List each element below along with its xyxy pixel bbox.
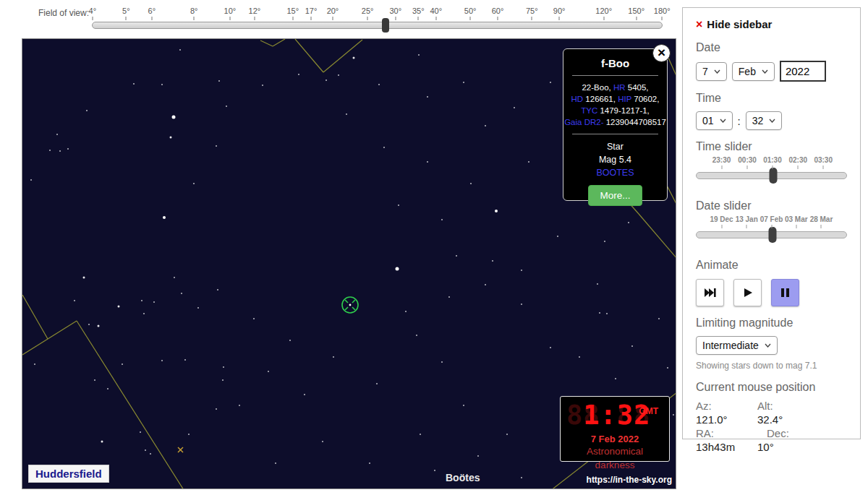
location-button[interactable]: Huddersfield [28, 465, 109, 483]
minute-select[interactable]: 32 [746, 111, 783, 130]
star [49, 150, 51, 151]
play-button[interactable] [733, 279, 762, 306]
seven-segment-display: 88:88 1:32 GMT [566, 400, 663, 433]
star [161, 84, 163, 85]
star [179, 49, 181, 51]
star [376, 383, 378, 384]
star [550, 82, 551, 83]
catalog-link[interactable]: TYC [581, 106, 597, 115]
date-slider-track[interactable] [696, 231, 847, 238]
fov-slider-track[interactable] [92, 22, 663, 29]
az-value: 121.0° [696, 413, 757, 426]
fov-tick-mark [435, 17, 436, 20]
popup-magnitude: Mag 5.4 [563, 153, 667, 166]
time-slider-track[interactable] [696, 172, 847, 179]
sky-map-canvas[interactable]: Huddersfield Boötes https://in-the-sky.o… [22, 38, 676, 489]
more-button[interactable]: More... [588, 185, 642, 206]
play-icon [743, 288, 753, 298]
star [506, 434, 508, 435]
star [667, 367, 668, 369]
fov-tick-label: 60° [492, 7, 504, 15]
star [557, 236, 558, 237]
star [521, 477, 522, 478]
field-of-view-bar: Field of view: 4°5°6°8°10°12°15°17°20°25… [0, 0, 680, 38]
day-select[interactable]: 7 [696, 62, 727, 81]
year-input[interactable] [780, 61, 826, 82]
star [673, 414, 674, 416]
star [448, 296, 450, 298]
star [405, 311, 407, 312]
timezone-label: GMT [639, 406, 658, 416]
star [107, 388, 109, 389]
constellation-name-label: Boötes [446, 472, 480, 483]
limiting-magnitude-select[interactable]: Intermediate [696, 336, 778, 355]
slider-tick-label: 01:30 [763, 156, 782, 164]
month-select-value: Feb [739, 66, 756, 77]
star [83, 277, 85, 279]
fov-tick-label: 180° [654, 7, 671, 15]
close-icon[interactable]: × [652, 44, 671, 62]
popup-divider [572, 75, 658, 76]
time-colon: : [738, 115, 741, 127]
slider-tick-label: 19 Dec [710, 215, 733, 223]
time-slider-thumb[interactable] [769, 168, 777, 184]
catalog-text: 5405, [626, 83, 649, 92]
star [418, 54, 420, 56]
catalog-link[interactable]: HR [613, 83, 626, 92]
star [427, 161, 428, 163]
time-slider-heading: Time slider [696, 140, 847, 153]
star [606, 313, 608, 314]
star [599, 312, 600, 314]
star [521, 304, 522, 305]
star [326, 79, 327, 81]
skip-forward-button[interactable] [696, 279, 724, 306]
hour-select[interactable]: 01 [696, 111, 733, 130]
skip-forward-icon [704, 288, 717, 298]
catalog-text: 70602, [631, 95, 659, 103]
fov-tick-mark [418, 17, 419, 20]
star [150, 453, 151, 455]
star [143, 313, 145, 314]
star [427, 96, 428, 98]
ra-label: RA: [696, 427, 757, 439]
fov-tick-label: 4° [89, 7, 97, 15]
star [163, 216, 166, 219]
popup-catalog-ids: 22-Boo, HR 5405,HD 126661, HIP 70602,TYC… [563, 82, 667, 128]
star [98, 325, 100, 327]
slider-tick-mark [772, 165, 773, 169]
star [218, 80, 220, 82]
dec-label: Dec: [757, 427, 830, 439]
fov-slider-thumb[interactable] [382, 18, 389, 33]
star [550, 347, 551, 348]
star [416, 335, 417, 336]
catalog-link[interactable]: HD [571, 95, 584, 103]
limiting-magnitude-heading: Limiting magnitude [696, 317, 847, 330]
star [239, 405, 240, 406]
pause-button[interactable] [771, 279, 799, 306]
alt-label: Alt: [757, 400, 830, 412]
hide-sidebar-button[interactable]: ×Hide sidebar [696, 18, 847, 31]
popup-constellation-link[interactable]: BOOTES [563, 166, 667, 179]
star [197, 307, 199, 309]
date-slider-thumb[interactable] [768, 227, 776, 243]
star [477, 455, 479, 457]
fov-tick-mark [636, 17, 637, 20]
star [170, 137, 172, 139]
catalog-link[interactable]: Gaia DR2- [564, 118, 603, 126]
fov-tick-mark [194, 17, 195, 20]
segment-lit-digits: 1:32 [566, 400, 650, 431]
fov-tick-mark [559, 17, 560, 20]
star [383, 147, 385, 148]
slider-tick-label: 23:30 [712, 156, 731, 164]
star [396, 267, 399, 271]
star [528, 161, 529, 163]
chevron-down-icon [720, 119, 726, 123]
popup-object-type: Star [563, 140, 667, 153]
slider-tick-mark [747, 165, 748, 169]
catalog-link[interactable]: HIP [618, 95, 631, 103]
date-slider: 19 Dec13 Jan07 Feb03 Mar28 Mar [696, 215, 847, 249]
star [56, 134, 58, 135]
month-select[interactable]: Feb [732, 62, 775, 81]
mouse-position-heading: Current mouse position [696, 381, 847, 394]
fov-tick-mark [292, 17, 293, 20]
